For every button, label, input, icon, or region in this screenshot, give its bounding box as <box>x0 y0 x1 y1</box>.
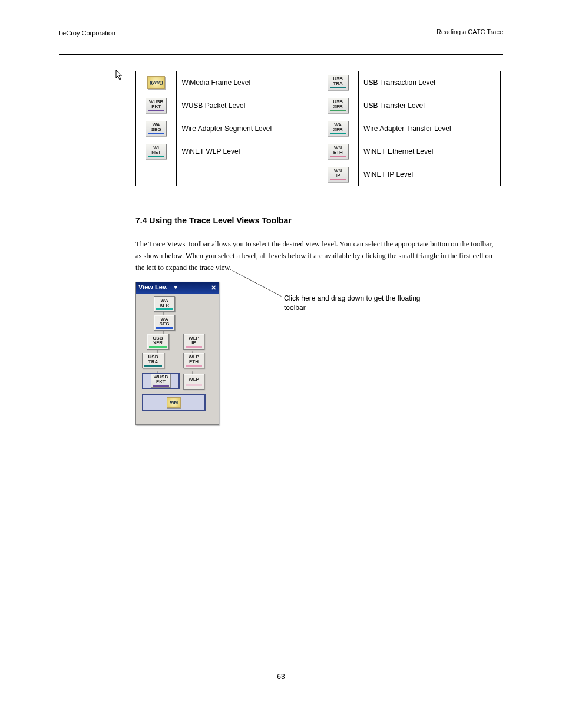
table-row: ((WM)) WiMedia Frame Level USBTRA USB Tr… <box>136 71 501 94</box>
table-row: WUSBPKT WUSB Packet Level USBXFR USB Tra… <box>136 94 501 117</box>
right-desc: USB Transaction Level <box>358 71 500 94</box>
wlp-ip-button[interactable]: WLPIP <box>183 334 204 350</box>
wa-segment-icon: WASEG <box>146 121 167 136</box>
usb-tra-button[interactable]: USBTRA <box>142 353 164 368</box>
usb-transfer-icon: USBXFR <box>328 98 349 113</box>
wlp-button[interactable]: WLP <box>183 374 204 390</box>
wusb-pkt-button[interactable]: WUSBPKT <box>142 373 180 389</box>
wa-transfer-icon: WAXFR <box>328 121 349 136</box>
left-desc: WUSB Packet Level <box>177 94 318 117</box>
left-desc: WiMedia Frame Level <box>177 71 318 94</box>
table-row: WNIP WiNET IP Level <box>136 163 501 186</box>
header-rule <box>59 54 503 55</box>
view-level-body: WAXFR WASEG USBXFR WLPIP USBTRA WLPETH W… <box>136 294 219 424</box>
right-desc: Wire Adapter Transfer Level <box>358 117 500 140</box>
left-desc: Wire Adapter Segment Level <box>177 117 318 140</box>
wa-xfr-button[interactable]: WAXFR <box>154 296 175 312</box>
left-desc <box>177 163 318 186</box>
wimedia-frame-icon: ((WM)) <box>147 76 165 89</box>
wusb-packet-icon: WUSBPKT <box>146 98 167 113</box>
section-paragraph: The Trace Views Toolbar allows you to se… <box>135 238 497 274</box>
footer-rule <box>59 666 503 666</box>
section-heading: 7.4 Using the Trace Level Views Toolbar <box>135 216 503 225</box>
header-left: LeCroy Corporation <box>59 29 115 37</box>
right-desc: WiNET IP Level <box>358 163 500 186</box>
header-right: Reading a CATC Trace <box>437 28 503 35</box>
right-desc: WiNET Ethernet Level <box>358 140 500 163</box>
decode-icon-table: ((WM)) WiMedia Frame Level USBTRA USB Tr… <box>135 71 501 186</box>
view-level-toolbar[interactable]: View Lev... ▼ ✕ <box>135 282 219 425</box>
page-number: 63 <box>0 673 562 681</box>
wimedia-button[interactable]: WM <box>142 394 206 411</box>
winet-ip-icon: WNIP <box>328 167 349 182</box>
right-desc: USB Transfer Level <box>358 94 500 117</box>
wlp-eth-button[interactable]: WLPETH <box>183 353 204 368</box>
callout-text: Click here and drag down to get the floa… <box>284 294 443 312</box>
content: ((WM)) WiMedia Frame Level USBTRA USB Tr… <box>59 71 503 425</box>
table-row: WiNET WiNET WLP Level WNETH WiNET Ethern… <box>136 140 501 163</box>
winet-ethernet-icon: WNETH <box>328 144 349 159</box>
usb-transaction-icon: USBTRA <box>328 75 349 90</box>
view-level-titlebar[interactable]: View Lev... ▼ ✕ <box>136 282 219 294</box>
svg-marker-0 <box>116 70 122 80</box>
chevron-down-icon[interactable]: ▼ <box>173 285 178 291</box>
wa-seg-button[interactable]: WASEG <box>154 315 175 331</box>
table-row: WASEG Wire Adapter Segment Level WAXFR W… <box>136 117 501 140</box>
cursor-icon <box>115 70 124 80</box>
running-header: LeCroy Corporation Reading a CATC Trace <box>59 28 503 52</box>
view-level-title-text: View Lev. <box>138 284 167 291</box>
winet-wlp-icon: WiNET <box>146 144 167 159</box>
page: LeCroy Corporation Reading a CATC Trace … <box>0 0 562 728</box>
usb-xfr-button[interactable]: USBXFR <box>147 334 169 350</box>
close-icon[interactable]: ✕ <box>211 284 216 292</box>
left-desc: WiNET WLP Level <box>177 140 318 163</box>
